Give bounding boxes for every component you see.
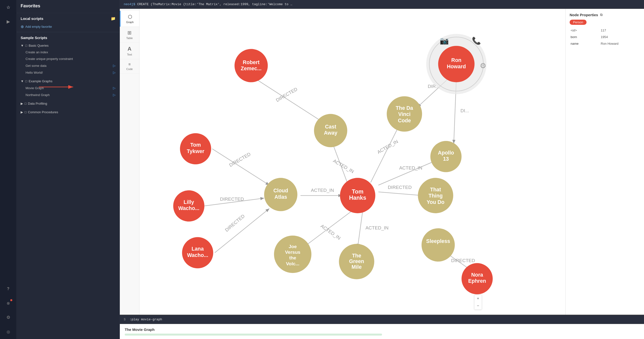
tab-code-label: Code	[126, 68, 132, 71]
hello-world-item[interactable]: Hello World! ▷	[17, 69, 120, 76]
error-icon[interactable]: ⊗	[4, 298, 13, 308]
data-profiling-folder[interactable]: ▶ □ Data Profiling	[17, 100, 120, 107]
tab-graph-label: Graph	[126, 21, 134, 24]
bottom-title: The Movie Graph	[125, 327, 639, 332]
folder-label: Data Profiling	[28, 102, 47, 105]
svg-text:the: the	[289, 255, 296, 260]
svg-text:Lana: Lana	[192, 246, 204, 251]
table-tab-icon: ⊞	[128, 30, 132, 36]
svg-text:Ephren: Ephren	[468, 278, 486, 284]
svg-text:Tom: Tom	[352, 188, 363, 195]
svg-text:Wacho...: Wacho...	[187, 252, 208, 258]
svg-text:ACTED_IN: ACTED_IN	[311, 188, 334, 193]
gear-icon[interactable]: ⚙	[4, 312, 13, 322]
folder-icon: □	[25, 79, 27, 83]
play-button[interactable]: ▷	[113, 86, 116, 90]
create-index-item[interactable]: Create an index	[17, 49, 120, 56]
svg-text:📷: 📷	[440, 36, 449, 45]
svg-text:DIRECTED: DIRECTED	[451, 258, 475, 263]
play-button[interactable]: ▷	[113, 93, 116, 97]
svg-text:DIRECTED: DIRECTED	[275, 87, 298, 103]
item-label: Create unique property constraint	[26, 57, 73, 61]
item-label: Movie Graph	[26, 86, 44, 90]
local-scripts-title: Local scripts	[20, 17, 44, 21]
bottom-query-bar: $ :play movie-graph	[120, 315, 644, 324]
svg-text:ACTED_IN: ACTED_IN	[399, 165, 422, 171]
svg-text:Sleepless: Sleepless	[426, 238, 450, 244]
svg-text:DIRECTED: DIRECTED	[220, 197, 244, 202]
play-button[interactable]: ▷	[113, 64, 116, 68]
svg-text:DI...: DI...	[460, 108, 469, 113]
svg-text:Atlas: Atlas	[274, 194, 287, 200]
zoom-in-button[interactable]: +	[474, 295, 482, 302]
northwind-graph-item[interactable]: Northwind Graph ▷	[17, 91, 120, 98]
graph-canvas[interactable]: DIRECTED DIR... DI... DIRECTED DIRECTED …	[140, 9, 566, 315]
tab-code[interactable]: ≡ Code	[120, 59, 139, 74]
svg-text:Lilly: Lilly	[184, 199, 194, 205]
svg-line-23	[378, 192, 422, 196]
common-procedures-folder[interactable]: ▶ □ Common Procedures	[17, 109, 120, 115]
icon-sidebar: ☆ ▶ ? ⊗ ⚙ ◎	[0, 0, 17, 339]
user-icon[interactable]: ◎	[4, 327, 13, 336]
question-icon[interactable]: ?	[4, 284, 13, 294]
svg-text:Zemec...: Zemec...	[241, 66, 262, 71]
bottom-content: The Movie Graph	[120, 324, 644, 339]
svg-text:Robert: Robert	[243, 60, 260, 65]
arrow-icon: ▶	[20, 110, 23, 114]
prop-val-id: 117	[600, 27, 640, 34]
svg-text:Versus: Versus	[285, 250, 300, 255]
movie-graph-item[interactable]: Movie Graph ▷	[17, 85, 120, 91]
arrow-icon: ▼	[20, 79, 24, 83]
svg-text:DIRECTED: DIRECTED	[388, 185, 412, 190]
common-procedures-section: ▶ □ Common Procedures	[17, 108, 120, 116]
svg-text:Cast: Cast	[325, 124, 336, 129]
bottom-prompt: $	[124, 318, 126, 321]
svg-text:Mile: Mile	[352, 264, 362, 270]
add-favorite-button[interactable]: ⊕ Add empty favorite	[17, 22, 120, 31]
node-props-label: Node Properties	[570, 13, 598, 17]
item-label: Get some data	[26, 64, 46, 68]
svg-text:Away: Away	[324, 130, 337, 136]
prop-val-name: Ron Howard	[600, 40, 640, 47]
svg-text:13: 13	[443, 156, 449, 162]
data-profiling-section: ▶ □ Data Profiling	[17, 99, 120, 108]
tab-graph[interactable]: ⬡ Graph	[120, 11, 139, 27]
favorites-icon[interactable]: ☆	[4, 3, 13, 12]
prop-key-id: <id>	[570, 27, 600, 34]
copy-icon[interactable]: ⧉	[600, 13, 602, 17]
example-graphs-folder[interactable]: ▼ □ Example Graphs	[17, 78, 120, 85]
play-icon[interactable]: ▶	[4, 17, 13, 27]
svg-text:Wacho...: Wacho...	[178, 205, 199, 211]
prop-val-born: 1954	[600, 34, 640, 40]
create-constraint-item[interactable]: Create unique property constraint	[17, 56, 120, 62]
red-arrow-indicator	[39, 84, 83, 90]
get-data-item[interactable]: Get some data ▷	[17, 62, 120, 69]
node-label-badge[interactable]: Person	[570, 20, 586, 25]
tab-table[interactable]: ⊞ Table	[120, 27, 139, 43]
code-tab-icon: ≡	[128, 62, 130, 67]
svg-text:Green: Green	[349, 258, 364, 264]
main-content: neo4j$ CREATE (TheMatrix:Movie {title:'T…	[120, 0, 644, 339]
svg-text:📞: 📞	[472, 36, 481, 45]
svg-text:Joe: Joe	[289, 244, 297, 249]
prop-key-name: name	[570, 40, 600, 47]
bottom-green-bar	[125, 333, 382, 335]
bottom-query: :play movie-graph	[130, 318, 162, 321]
basic-queries-folder[interactable]: ▼ □ Basic Queries	[17, 42, 120, 49]
arrow-icon: ▼	[20, 44, 24, 48]
svg-line-3	[251, 76, 324, 123]
zoom-out-button[interactable]: −	[474, 302, 482, 309]
play-button[interactable]: ▷	[113, 71, 116, 75]
svg-text:Volc...: Volc...	[286, 261, 300, 266]
tab-table-label: Table	[126, 37, 132, 40]
tab-text[interactable]: A Text	[120, 43, 139, 59]
graph-tab-icon: ⬡	[128, 14, 132, 20]
example-graphs-section: ▼ □ Example Graphs Movie Graph ▷ Northwi…	[17, 77, 120, 99]
folder-icon: 📁	[111, 16, 116, 21]
svg-text:Apollo: Apollo	[438, 150, 454, 156]
folder-label: Basic Queries	[29, 44, 48, 48]
svg-text:ACTED_IN: ACTED_IN	[365, 225, 388, 231]
svg-text:Nora: Nora	[471, 272, 483, 278]
svg-line-27	[358, 210, 363, 247]
svg-text:Vinci: Vinci	[398, 111, 410, 117]
